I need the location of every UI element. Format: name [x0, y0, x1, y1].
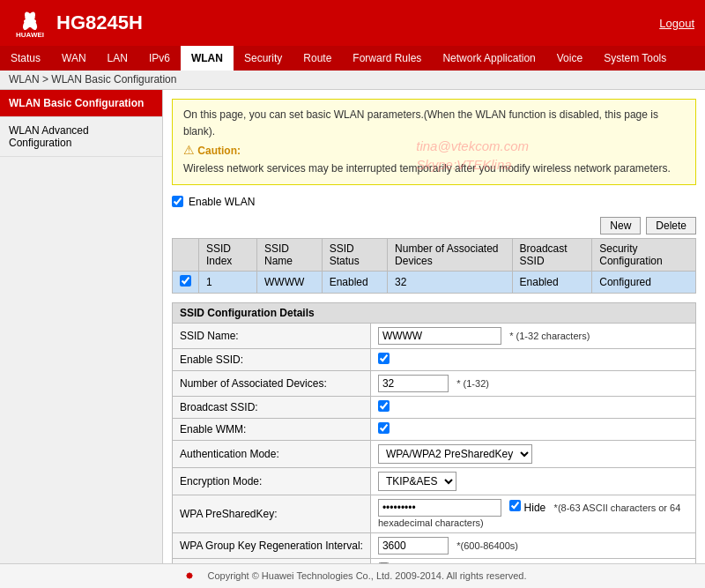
col-broadcast-ssid: Broadcast SSID: [512, 238, 592, 271]
field-enable-wmm: Enable WMM:: [173, 418, 696, 440]
ssid-table: SSID Index SSID Name SSID Status Number …: [172, 238, 696, 294]
sidebar-item-wlan-advanced-configuration[interactable]: WLAN Advanced Configuration: [0, 117, 162, 157]
nav-item-forward-rules[interactable]: Forward Rules: [342, 46, 432, 71]
value-broadcast-ssid: [370, 396, 695, 418]
enable-wlan-label: Enable WLAN: [189, 196, 255, 208]
checkbox-broadcast-ssid[interactable]: [378, 400, 390, 412]
nav-item-voice[interactable]: Voice: [546, 46, 593, 71]
row-ssid-name: WWWW: [257, 271, 323, 293]
value-enable-wps: [370, 558, 695, 563]
label-wpa-group-key: WPA Group Key Regeneration Interval:: [173, 532, 371, 558]
field-enable-ssid: Enable SSID:: [173, 348, 696, 370]
input-ssid-name[interactable]: [378, 327, 501, 345]
nav-item-wlan[interactable]: WLAN: [181, 46, 234, 71]
table-row[interactable]: 1 WWWW Enabled 32 Enabled Configured: [173, 271, 696, 293]
input-wpa-presharedkey[interactable]: [378, 499, 501, 517]
field-auth-mode: Authentication Mode: WPA/WPA2 PreSharedK…: [173, 440, 696, 467]
nav-item-route[interactable]: Route: [293, 46, 342, 71]
value-ssid-name: * (1-32 characters): [370, 323, 695, 348]
checkbox-enable-wps[interactable]: [378, 562, 390, 563]
label-broadcast-ssid: Broadcast SSID:: [173, 396, 371, 418]
label-wpa-presharedkey: WPA PreSharedKey:: [173, 495, 371, 532]
label-encryption-mode: Encryption Mode:: [173, 467, 371, 495]
label-hide-key: Hide: [524, 502, 546, 514]
label-ssid-name: SSID Name:: [173, 323, 371, 348]
hint-associated-devices: * (1-32): [456, 378, 489, 389]
nav-item-security[interactable]: Security: [234, 46, 293, 71]
main-layout: WLAN Basic ConfigurationWLAN Advanced Co…: [0, 90, 705, 563]
nav-item-system-tools[interactable]: System Tools: [593, 46, 677, 71]
caution-icon: ⚠: [183, 143, 195, 157]
header: HUAWEI HG8245H Logout: [0, 0, 705, 46]
nav-item-network-application[interactable]: Network Application: [432, 46, 545, 71]
nav-item-lan[interactable]: LAN: [97, 46, 138, 71]
select-auth-mode[interactable]: WPA/WPA2 PreSharedKey WPA WPA2 None: [378, 444, 532, 464]
col-checkbox: [173, 238, 199, 271]
value-wpa-presharedkey: Hide *(8-63 ASCII characters or 64 hexad…: [370, 495, 695, 532]
field-encryption-mode: Encryption Mode: TKIP&AES TKIP AES: [173, 467, 696, 495]
caution-label: Caution:: [197, 145, 241, 157]
label-enable-wps: Enable WPS:: [173, 558, 371, 563]
enable-wlan-checkbox[interactable]: [172, 196, 183, 207]
row-security: Configured: [592, 271, 696, 293]
checkbox-hide-key[interactable]: [509, 500, 521, 511]
footer-text: Copyright © Huawei Technologies Co., Ltd…: [208, 570, 527, 581]
col-ssid-status: SSID Status: [322, 238, 387, 271]
field-associated-devices: Number of Associated Devices: * (1-32): [173, 370, 696, 396]
input-wpa-group-key[interactable]: [378, 537, 449, 555]
col-ssid-index: SSID Index: [199, 238, 257, 271]
content-area: On this page, you can set basic WLAN par…: [163, 90, 705, 563]
row-associated: 32: [388, 271, 512, 293]
table-toolbar: New Delete: [172, 217, 696, 234]
new-button[interactable]: New: [600, 217, 641, 234]
header-title: HG8245H: [56, 11, 143, 34]
ssid-config-section-title: SSID Configuration Details: [172, 302, 696, 323]
sidebar: WLAN Basic ConfigurationWLAN Advanced Co…: [0, 90, 163, 563]
logout-button[interactable]: Logout: [659, 17, 694, 30]
field-wpa-group-key: WPA Group Key Regeneration Interval: *(6…: [173, 532, 696, 558]
footer: Copyright © Huawei Technologies Co., Ltd…: [0, 563, 705, 588]
row-checkbox-cell[interactable]: [173, 271, 199, 293]
field-broadcast-ssid: Broadcast SSID:: [173, 396, 696, 418]
field-enable-wps: Enable WPS:: [173, 558, 696, 563]
nav-item-status[interactable]: Status: [0, 46, 51, 71]
caution-text: Wireless network services may be interru…: [183, 162, 671, 175]
value-wpa-group-key: *(600-86400s): [370, 532, 695, 558]
label-associated-devices: Number of Associated Devices:: [173, 370, 371, 396]
select-encryption-mode[interactable]: TKIP&AES TKIP AES: [378, 472, 456, 491]
hint-ssid-name: * (1-32 characters): [509, 331, 590, 341]
field-ssid-name: SSID Name: * (1-32 characters): [173, 323, 696, 348]
label-enable-ssid: Enable SSID:: [173, 348, 371, 370]
footer-logo-icon: [179, 569, 200, 584]
input-associated-devices[interactable]: [378, 375, 449, 392]
value-auth-mode: WPA/WPA2 PreSharedKey WPA WPA2 None: [370, 440, 695, 467]
header-logo: HUAWEI HG8245H: [11, 7, 143, 39]
value-associated-devices: * (1-32): [370, 370, 695, 396]
notice-main-text: On this page, you can set basic WLAN par…: [183, 108, 658, 138]
row-checkbox[interactable]: [180, 275, 191, 287]
delete-button[interactable]: Delete: [646, 217, 696, 234]
row-ssid-status: Enabled: [322, 271, 387, 293]
col-ssid-name: SSID Name: [257, 238, 323, 271]
value-encryption-mode: TKIP&AES TKIP AES: [370, 467, 695, 495]
checkbox-enable-ssid[interactable]: [378, 353, 390, 364]
value-enable-ssid: [370, 348, 695, 370]
sidebar-item-wlan-basic-configuration[interactable]: WLAN Basic Configuration: [0, 90, 162, 117]
row-broadcast: Enabled: [512, 271, 592, 293]
huawei-logo-icon: HUAWEI: [11, 7, 49, 39]
col-security-config: Security Configuration: [592, 238, 696, 271]
svg-text:HUAWEI: HUAWEI: [16, 31, 44, 39]
nav-item-wan[interactable]: WAN: [51, 46, 97, 71]
hint-wpa-group-key: *(600-86400s): [456, 540, 518, 551]
config-form-table: SSID Name: * (1-32 characters) Enable SS…: [172, 323, 696, 563]
field-wpa-presharedkey: WPA PreSharedKey: Hide *(8-63 ASCII char…: [173, 495, 696, 532]
label-enable-wmm: Enable WMM:: [173, 418, 371, 440]
navbar: StatusWANLANIPv6WLANSecurityRouteForward…: [0, 46, 705, 71]
label-auth-mode: Authentication Mode:: [173, 440, 371, 467]
value-enable-wmm: [370, 418, 695, 440]
nav-item-ipv6[interactable]: IPv6: [138, 46, 181, 71]
checkbox-enable-wmm[interactable]: [378, 422, 390, 434]
notice-box: On this page, you can set basic WLAN par…: [172, 99, 696, 185]
row-ssid-index: 1: [199, 271, 257, 293]
breadcrumb: WLAN > WLAN Basic Configuration: [0, 71, 705, 90]
